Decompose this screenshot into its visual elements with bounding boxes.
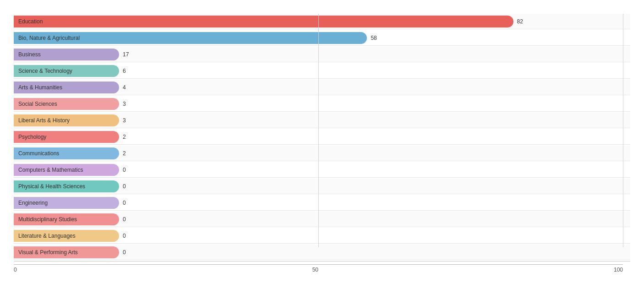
bar-row: Literature & Languages0 (14, 228, 630, 244)
bar: Communications (14, 147, 119, 159)
bar-value: 82 (517, 18, 523, 25)
bar-row: Liberal Arts & History3 (14, 113, 630, 128)
bar-row: Communications2 (14, 146, 630, 161)
bar-label: Social Sciences (18, 101, 57, 107)
bar-value: 2 (123, 134, 126, 140)
x-tick: 100 (614, 267, 623, 273)
bar: Education (14, 16, 513, 27)
bar-row: Education82 (14, 14, 630, 29)
bar-value: 0 (123, 167, 126, 173)
bar-row: Business17 (14, 47, 630, 62)
bar: Engineering (14, 197, 119, 209)
bar-label: Literature & Languages (18, 233, 76, 239)
bar-label: Education (18, 18, 43, 25)
bar-value: 17 (123, 51, 129, 58)
bar: Multidisciplinary Studies (14, 213, 119, 225)
bar-value: 3 (123, 101, 126, 107)
bar-value: 0 (123, 183, 126, 190)
bar-value: 6 (123, 68, 126, 74)
x-axis: 050100 (14, 261, 630, 273)
bar-row: Computers & Mathematics0 (14, 162, 630, 178)
bar-label: Science & Technology (18, 68, 72, 74)
bar: Psychology (14, 131, 119, 143)
bar-value: 0 (123, 200, 126, 206)
chart-container: Education82Bio, Nature & Agricultural58B… (14, 14, 630, 273)
bar-label: Physical & Health Sciences (18, 183, 85, 190)
bar-value: 58 (371, 35, 377, 41)
bar-row: Visual & Performing Arts0 (14, 245, 630, 260)
bar-label: Computers & Mathematics (18, 167, 83, 173)
bar-value: 4 (123, 84, 126, 91)
bar: Liberal Arts & History (14, 115, 119, 126)
bar: Bio, Nature & Agricultural (14, 32, 367, 44)
x-tick: 0 (14, 267, 17, 273)
bar-label: Engineering (18, 200, 48, 206)
bar-label: Business (18, 51, 41, 58)
bar: Science & Technology (14, 65, 119, 77)
bar-label: Bio, Nature & Agricultural (18, 35, 80, 41)
bar-label: Multidisciplinary Studies (18, 216, 77, 223)
bar-row: Engineering0 (14, 195, 630, 211)
bar-value: 0 (123, 216, 126, 223)
bar: Business (14, 49, 119, 60)
bar-row: Science & Technology6 (14, 63, 630, 79)
bar-label: Arts & Humanities (18, 84, 62, 91)
bar-label: Liberal Arts & History (18, 117, 70, 124)
bar-row: Psychology2 (14, 129, 630, 145)
bar-value: 0 (123, 249, 126, 256)
bar-label: Visual & Performing Arts (18, 249, 78, 256)
x-tick: 50 (312, 267, 318, 273)
bar-label: Communications (18, 150, 59, 157)
bar-row: Physical & Health Sciences0 (14, 179, 630, 194)
bar-row: Social Sciences3 (14, 96, 630, 112)
bar-value: 3 (123, 117, 126, 124)
bar: Social Sciences (14, 98, 119, 110)
bar-value: 2 (123, 150, 126, 157)
bar: Arts & Humanities (14, 82, 119, 93)
chart-area: Education82Bio, Nature & Agricultural58B… (14, 14, 630, 260)
bar: Visual & Performing Arts (14, 246, 119, 258)
bar: Physical & Health Sciences (14, 180, 119, 192)
bar-row: Multidisciplinary Studies0 (14, 212, 630, 227)
bar-row: Bio, Nature & Agricultural58 (14, 30, 630, 46)
bar-row: Arts & Humanities4 (14, 80, 630, 95)
bar-label: Psychology (18, 134, 46, 140)
bar: Literature & Languages (14, 230, 119, 242)
bar: Computers & Mathematics (14, 164, 119, 176)
bar-value: 0 (123, 233, 126, 239)
